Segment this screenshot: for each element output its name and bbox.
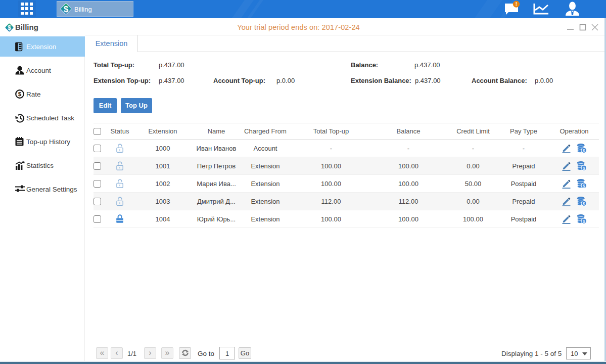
svg-text:$: $ xyxy=(64,5,68,14)
svg-text:$: $ xyxy=(583,165,585,170)
svg-text:$: $ xyxy=(583,183,585,188)
svg-text:$: $ xyxy=(583,148,585,153)
svg-text:!: ! xyxy=(516,2,517,7)
svg-text:$: $ xyxy=(18,91,22,97)
svg-text:$: $ xyxy=(583,201,585,206)
svg-text:$: $ xyxy=(583,218,585,223)
